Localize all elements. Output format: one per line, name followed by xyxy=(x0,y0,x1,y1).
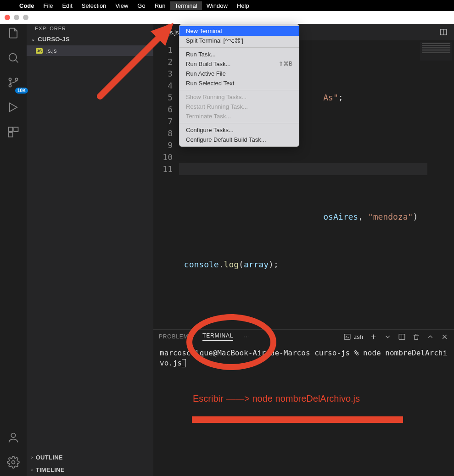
code-token: As" xyxy=(323,93,338,102)
extensions-icon xyxy=(7,126,20,138)
chevron-right-icon: › xyxy=(31,467,33,472)
terminal-cursor xyxy=(182,359,186,367)
editor-tab-actions xyxy=(439,24,454,40)
menu-item-label: Run Active File xyxy=(186,70,226,77)
line-number: 5 xyxy=(153,92,173,104)
svg-rect-5 xyxy=(14,127,18,132)
menubar-help[interactable]: Help xyxy=(232,1,254,10)
code-token: . xyxy=(219,260,224,269)
menubar-selection[interactable]: Selection xyxy=(77,1,111,10)
code-token: array xyxy=(244,260,269,269)
annotation-underline xyxy=(192,416,403,423)
code-token: osAires xyxy=(323,212,358,221)
traffic-light-maximize[interactable] xyxy=(23,15,28,20)
menu-item-run-task[interactable]: Run Task... xyxy=(179,50,299,59)
traffic-light-close[interactable] xyxy=(5,15,10,20)
panel-tab-more[interactable]: ··· xyxy=(243,333,251,340)
menu-item-terminate-task: Terminate Task... xyxy=(179,111,299,121)
activity-settings[interactable] xyxy=(7,456,20,470)
sidebar-timeline-label: TIMELINE xyxy=(36,466,65,473)
menubar-app[interactable]: Code xyxy=(15,1,39,10)
code-token: , xyxy=(358,212,368,221)
menu-item-configure-tasks[interactable]: Configure Tasks... xyxy=(179,125,299,135)
line-number: 9 xyxy=(153,139,173,151)
terminal-content[interactable]: marcoscolque@MacBook-Air-de-Marcos curso… xyxy=(153,343,454,373)
terminal-shell-picker[interactable]: zsh xyxy=(343,333,363,341)
trash-icon[interactable] xyxy=(412,333,420,341)
svg-rect-10 xyxy=(344,334,350,339)
menu-item-shortcut: ⇧⌘B xyxy=(279,61,292,67)
menu-item-new-terminal[interactable]: New Terminal xyxy=(179,26,299,36)
menu-item-run-active-file[interactable]: Run Active File xyxy=(179,69,299,78)
menubar-file[interactable]: File xyxy=(39,1,58,10)
activity-search[interactable] xyxy=(7,51,20,66)
chevron-down-icon: ⌄ xyxy=(31,37,35,42)
menubar-go[interactable]: Go xyxy=(133,1,150,10)
annotation-text: Escribir ——> node nombreDelArchivo.js xyxy=(193,393,360,404)
line-number: 7 xyxy=(153,116,173,127)
split-panel-icon[interactable] xyxy=(398,333,406,341)
menu-item-run-selected-text[interactable]: Run Selected Text xyxy=(179,78,299,88)
active-line-highlight xyxy=(179,163,427,175)
code-token: "mendoza" xyxy=(368,212,413,221)
menu-item-label: Restart Running Task... xyxy=(186,103,248,110)
menu-item-split-terminal[interactable]: Split Terminal [^⌥⌘'] xyxy=(179,36,299,45)
activity-extensions[interactable] xyxy=(7,126,20,140)
code-token: ( xyxy=(239,260,244,269)
svg-point-3 xyxy=(9,84,11,87)
menu-item-show-running-tasks: Show Running Tasks... xyxy=(179,92,299,102)
split-editor-icon[interactable] xyxy=(439,28,448,36)
terminal-shell-label: zsh xyxy=(354,333,363,340)
line-number: 8 xyxy=(153,127,173,139)
panel-tabbar: PROBLEMS TERMINAL ··· zsh xyxy=(153,330,454,343)
activity-account[interactable] xyxy=(7,431,20,446)
panel-tab-terminal[interactable]: TERMINAL xyxy=(202,332,233,341)
menu-item-restart-running-task: Restart Running Task... xyxy=(179,102,299,111)
sidebar-file-name: js.js xyxy=(46,47,56,54)
menu-item-label: Configure Default Build Task... xyxy=(186,136,266,143)
sidebar-outline-header[interactable]: › OUTLINE xyxy=(27,451,153,464)
plus-icon[interactable] xyxy=(370,333,377,341)
menu-item-label: Show Running Tasks... xyxy=(186,94,247,100)
menubar-edit[interactable]: Edit xyxy=(57,1,77,10)
menu-item-run-build-task[interactable]: Run Build Task...⇧⌘B xyxy=(179,59,299,69)
svg-point-0 xyxy=(9,54,17,61)
sidebar-file-item[interactable]: JS js.js xyxy=(27,45,153,56)
chevron-down-icon[interactable] xyxy=(384,333,392,341)
sidebar-timeline-header[interactable]: › TIMELINE xyxy=(27,464,153,476)
panel-tab-problems[interactable]: PROBLEMS xyxy=(159,333,192,340)
gear-icon xyxy=(7,456,20,469)
play-bug-icon xyxy=(7,101,20,114)
terminal-prompt-line: marcoscolque@MacBook-Air-de-Marcos curso… xyxy=(160,349,447,367)
menu-item-label: Run Task... xyxy=(186,51,216,58)
terminal-icon xyxy=(343,333,351,341)
code-token: ) xyxy=(413,212,418,221)
menu-separator xyxy=(179,123,299,123)
menu-item-label: Terminate Task... xyxy=(186,113,231,120)
line-number: 11 xyxy=(153,163,173,175)
activity-explorer[interactable] xyxy=(7,27,20,41)
svg-point-1 xyxy=(9,78,11,80)
svg-point-8 xyxy=(12,461,15,464)
scm-badge: 10K xyxy=(15,88,28,94)
menu-item-configure-default-build-task[interactable]: Configure Default Build Task... xyxy=(179,135,299,144)
svg-point-2 xyxy=(15,78,17,80)
sidebar-folder-header[interactable]: ⌄ CURSO-JS xyxy=(27,33,153,45)
menubar-window[interactable]: Window xyxy=(202,1,232,10)
line-gutter: 1 2 3 4 5 6 7 8 9 10 11 xyxy=(153,44,179,342)
files-icon xyxy=(7,27,20,39)
menu-separator xyxy=(179,47,299,48)
menubar-terminal[interactable]: Terminal xyxy=(170,1,202,10)
menubar-view[interactable]: View xyxy=(111,1,133,10)
activity-run-debug[interactable] xyxy=(7,101,20,116)
menubar-run[interactable]: Run xyxy=(150,1,170,10)
sidebar: EXPLORER ⌄ CURSO-JS JS js.js › OUTLINE ›… xyxy=(27,24,153,476)
chevron-up-icon[interactable] xyxy=(426,333,434,341)
close-icon[interactable] xyxy=(441,333,448,341)
activity-source-control[interactable]: 10K xyxy=(7,76,20,91)
js-file-icon: JS xyxy=(36,48,43,54)
menu-separator xyxy=(179,90,299,90)
traffic-light-minimize[interactable] xyxy=(14,15,19,20)
minimap[interactable] xyxy=(420,42,452,61)
editor-tab-label: js.js xyxy=(168,29,179,36)
